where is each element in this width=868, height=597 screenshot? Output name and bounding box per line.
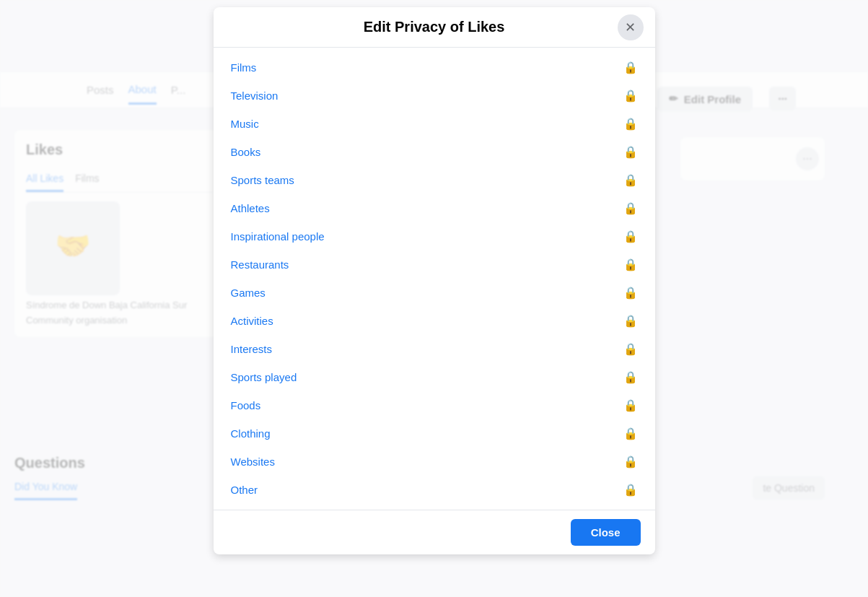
category-name: Other — [231, 484, 258, 496]
close-button[interactable]: Close — [571, 519, 641, 546]
category-row[interactable]: Activities🔒 — [216, 307, 652, 335]
category-row[interactable]: Television🔒 — [216, 82, 652, 110]
modal-header: Edit Privacy of Likes ✕ — [214, 7, 655, 48]
category-row[interactable]: Films🔒 — [216, 53, 652, 82]
modal-close-x-button[interactable]: ✕ — [618, 14, 644, 40]
lock-icon: 🔒 — [623, 314, 638, 328]
lock-icon: 🔒 — [623, 258, 638, 271]
lock-icon: 🔒 — [623, 145, 638, 159]
category-row[interactable]: Inspirational people🔒 — [216, 222, 652, 250]
lock-icon: 🔒 — [623, 427, 638, 440]
category-row[interactable]: Websites🔒 — [216, 448, 652, 476]
category-name: Films — [231, 61, 257, 74]
category-row[interactable]: Games🔒 — [216, 279, 652, 307]
category-row[interactable]: Interests🔒 — [216, 335, 652, 363]
lock-icon: 🔒 — [623, 173, 638, 187]
category-row[interactable]: Sports teams🔒 — [216, 166, 652, 194]
lock-icon: 🔒 — [623, 286, 638, 300]
category-row[interactable]: Athletes🔒 — [216, 194, 652, 222]
category-name: Sports teams — [231, 174, 294, 186]
category-name: Clothing — [231, 427, 271, 440]
category-name: Music — [231, 118, 259, 130]
lock-icon: 🔒 — [623, 455, 638, 469]
lock-icon: 🔒 — [623, 201, 638, 215]
lock-icon: 🔒 — [623, 370, 638, 384]
modal-footer: Close — [214, 510, 655, 554]
category-name: Sports played — [231, 371, 297, 383]
category-row[interactable]: Clothing🔒 — [216, 419, 652, 448]
category-name: Athletes — [231, 202, 270, 214]
modal-body: Films🔒Television🔒Music🔒Books🔒Sports team… — [214, 48, 655, 510]
edit-privacy-modal: Edit Privacy of Likes ✕ Films🔒Television… — [214, 7, 655, 554]
category-row[interactable]: Books🔒 — [216, 138, 652, 166]
modal-backdrop: Edit Privacy of Likes ✕ Films🔒Television… — [0, 0, 868, 597]
lock-icon: 🔒 — [623, 61, 638, 74]
category-row[interactable]: Other🔒 — [216, 476, 652, 504]
category-name: Foods — [231, 399, 261, 411]
lock-icon: 🔒 — [623, 230, 638, 243]
close-x-icon: ✕ — [625, 19, 636, 35]
category-name: Restaurants — [231, 258, 289, 271]
lock-icon: 🔒 — [623, 89, 638, 103]
lock-icon: 🔒 — [623, 342, 638, 356]
category-row[interactable]: Foods🔒 — [216, 391, 652, 419]
category-name: Games — [231, 287, 266, 299]
category-name: Websites — [231, 456, 275, 468]
category-row[interactable]: Sports played🔒 — [216, 363, 652, 391]
lock-icon: 🔒 — [623, 398, 638, 412]
category-name: Books — [231, 146, 261, 158]
category-row[interactable]: Music🔒 — [216, 110, 652, 138]
lock-icon: 🔒 — [623, 483, 638, 497]
category-name: Interests — [231, 343, 273, 355]
lock-icon: 🔒 — [623, 117, 638, 131]
category-name: Activities — [231, 315, 273, 327]
modal-title: Edit Privacy of Likes — [364, 19, 505, 35]
category-name: Inspirational people — [231, 230, 325, 243]
category-row[interactable]: Restaurants🔒 — [216, 250, 652, 279]
category-name: Television — [231, 90, 279, 102]
